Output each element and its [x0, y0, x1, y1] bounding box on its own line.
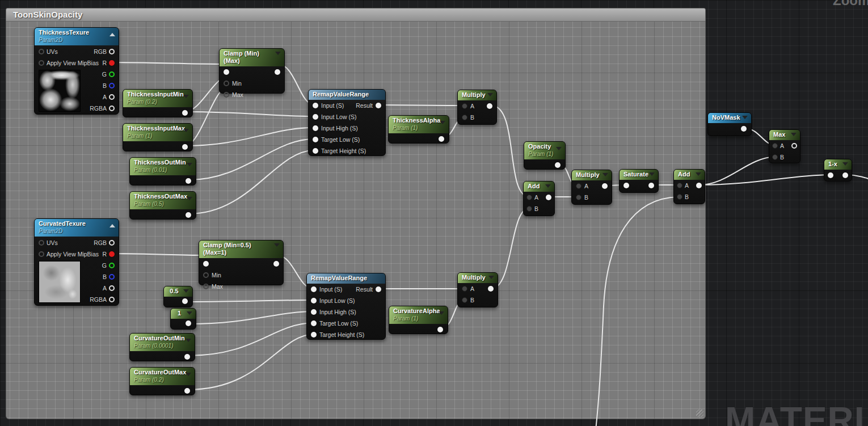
node-curvature-alpha[interactable]: CurvatureAlpha Param (1)	[389, 306, 448, 334]
pin-rgb-output[interactable]	[109, 240, 115, 246]
pin-a-input[interactable]	[526, 195, 532, 200]
pin-value-output[interactable]	[186, 212, 191, 218]
pin-uvs-input[interactable]	[39, 49, 44, 54]
node-one-minus-x[interactable]: 1-x	[824, 159, 852, 182]
pin-value-output[interactable]	[184, 388, 190, 394]
dropdown-icon[interactable]	[183, 95, 189, 98]
pin-b-input[interactable]	[526, 206, 532, 212]
node-opacity[interactable]: Opacity Param (1)	[524, 141, 566, 170]
node-remap-thickness[interactable]: RemapValueRange Input (S) Result Input L…	[308, 89, 386, 156]
pin-input[interactable]	[313, 103, 318, 108]
node-header[interactable]: Multiply	[458, 273, 498, 283]
pin-max-input[interactable]	[203, 284, 209, 289]
pin-value-output[interactable]	[439, 136, 444, 142]
node-header[interactable]: ThicknessInputMin Param (0.2)	[123, 90, 192, 107]
pin-value-output[interactable]	[184, 354, 190, 360]
pin-value-output[interactable]	[741, 126, 747, 132]
pin-value-output[interactable]	[182, 144, 188, 150]
node-header[interactable]: RemapValueRange	[307, 273, 385, 284]
node-header[interactable]: ThicknessAlpha Param (1)	[389, 116, 449, 133]
dropdown-icon[interactable]	[742, 116, 748, 119]
pin-value-output[interactable]	[555, 162, 561, 168]
node-header[interactable]: ThicknessTexure Param2D	[35, 28, 119, 45]
node-header[interactable]: CurvatedTexure Param2D	[35, 219, 119, 237]
pin-r-output[interactable]	[109, 251, 115, 257]
pin-input-low[interactable]	[313, 114, 318, 120]
pin-result-output[interactable]	[696, 183, 702, 188]
pin-result-output[interactable]	[488, 286, 494, 292]
pin-rgba-output[interactable]	[109, 297, 115, 302]
node-header[interactable]: 1-x	[824, 159, 852, 170]
pin-min-input[interactable]	[224, 81, 229, 86]
pin-b-output[interactable]	[109, 83, 115, 88]
dropdown-icon[interactable]	[275, 52, 281, 55]
dropdown-icon[interactable]	[439, 311, 444, 315]
pin-result-output[interactable]	[648, 183, 654, 188]
pin-value-output[interactable]	[186, 320, 191, 326]
comment-resize-handle[interactable]	[696, 410, 703, 417]
pin-result-output[interactable]	[376, 286, 381, 292]
pin-a-input[interactable]	[462, 286, 467, 292]
pin-result-output[interactable]	[275, 69, 280, 75]
pin-rgba-output[interactable]	[109, 106, 115, 111]
node-header[interactable]: CurvatureOutMin Param (0.0001)	[130, 334, 195, 351]
node-novmask[interactable]: NoVMask	[707, 112, 752, 136]
dropdown-icon[interactable]	[186, 373, 191, 376]
pin-target-low[interactable]	[313, 137, 318, 142]
node-multiply-curvature[interactable]: Multiply A B	[457, 272, 498, 307]
pin-mipbias-input[interactable]	[39, 251, 44, 257]
dropdown-icon[interactable]	[556, 147, 562, 150]
collapse-icon[interactable]	[109, 33, 115, 36]
pin-result-output[interactable]	[487, 103, 492, 109]
pin-result-output[interactable]	[546, 195, 551, 200]
pin-a-input[interactable]	[462, 103, 467, 109]
pin-result-output[interactable]	[273, 261, 279, 267]
comment-header[interactable]: ToonSkinOpacity	[6, 8, 706, 22]
node-const-half[interactable]: 0.5	[163, 286, 193, 307]
dropdown-icon[interactable]	[183, 129, 189, 132]
pin-mipbias-input[interactable]	[39, 60, 44, 66]
pin-min-input[interactable]	[203, 272, 209, 278]
pin-uvs-input[interactable]	[39, 240, 44, 246]
node-header[interactable]: Max	[769, 130, 800, 140]
pin-input[interactable]	[828, 172, 833, 178]
dropdown-icon[interactable]	[488, 276, 494, 279]
dropdown-icon[interactable]	[545, 184, 551, 188]
pin-rgb-output[interactable]	[109, 49, 115, 54]
node-clamp-curvature[interactable]: Clamp (Min=0.5) (Max=1) Min Max	[199, 240, 284, 285]
dropdown-icon[interactable]	[187, 163, 192, 166]
node-add-final[interactable]: Add A B	[673, 169, 705, 204]
pin-input[interactable]	[623, 183, 629, 188]
pin-result-output[interactable]	[602, 183, 608, 189]
node-thickness-alpha[interactable]: ThicknessAlpha Param (1)	[388, 115, 449, 144]
dropdown-icon[interactable]	[186, 339, 191, 342]
dropdown-icon[interactable]	[602, 173, 608, 176]
pin-b-input[interactable]	[462, 297, 467, 303]
pin-input-high[interactable]	[311, 309, 317, 315]
node-header[interactable]: Add	[674, 170, 705, 180]
dropdown-icon[interactable]	[274, 243, 280, 247]
pin-a-input[interactable]	[677, 183, 682, 188]
node-header[interactable]: Saturate	[620, 170, 658, 180]
pin-input[interactable]	[203, 261, 209, 267]
dropdown-icon[interactable]	[187, 197, 192, 200]
pin-g-output[interactable]	[109, 71, 115, 77]
dropdown-icon[interactable]	[187, 311, 192, 315]
pin-result-output[interactable]	[376, 103, 381, 108]
node-header[interactable]: ThicknessOutMax Param (0.5)	[130, 192, 196, 209]
node-header[interactable]: CurvatureOutMax Param (0.2)	[130, 368, 195, 385]
node-header[interactable]: ThicknessInputMax Param (1)	[123, 124, 192, 141]
node-header[interactable]: Opacity Param (1)	[524, 142, 565, 159]
pin-value-output[interactable]	[182, 298, 188, 304]
node-thickness-out-max[interactable]: ThicknessOutMax Param (0.5)	[129, 191, 196, 220]
node-thickness-input-min[interactable]: ThicknessInputMin Param (0.2)	[123, 89, 193, 117]
pin-target-height[interactable]	[313, 148, 318, 154]
pin-a-input[interactable]	[576, 183, 582, 189]
pin-value-output[interactable]	[437, 327, 443, 332]
node-header[interactable]: CurvatureAlpha Param (1)	[389, 306, 448, 324]
node-header[interactable]: ThicknessOutMin Param (0.01)	[130, 158, 196, 175]
node-header[interactable]: Multiply	[572, 170, 612, 180]
pin-r-output[interactable]	[109, 60, 115, 66]
pin-input-low[interactable]	[311, 298, 317, 303]
pin-b-output[interactable]	[109, 274, 115, 280]
